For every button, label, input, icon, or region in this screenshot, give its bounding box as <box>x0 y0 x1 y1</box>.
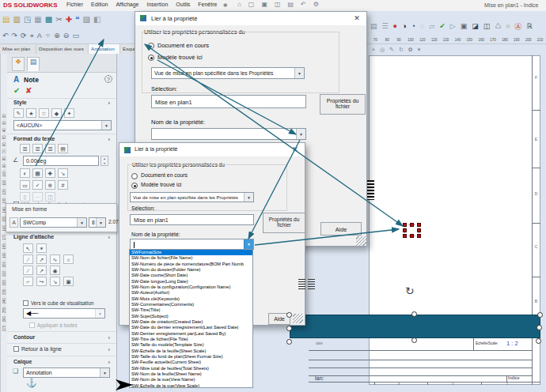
layer-section-label[interactable]: Calque <box>13 359 32 364</box>
open-document-icon[interactable]: ▣ <box>261 1 267 8</box>
check-sketch-icon[interactable]: ✔ <box>439 22 446 30</box>
contour-section-label[interactable]: Contour <box>13 334 35 340</box>
table-drag-grip[interactable] <box>308 279 315 289</box>
selection-handle[interactable] <box>536 338 541 344</box>
dialog-title-bar[interactable]: Lier à la propriété ✕ <box>135 12 366 25</box>
selection-input[interactable]: Mise en plan1 <box>130 214 254 225</box>
favorites-icon[interactable]: ✚ <box>66 15 72 24</box>
property-list-item[interactable]: SW-Sujet(Subject) <box>130 314 252 319</box>
pattern-icon[interactable]: ⁘ <box>45 32 51 40</box>
expand-chevron-icon[interactable]: ∨ <box>108 335 111 340</box>
leader-straight-icon[interactable]: ∕ <box>23 254 33 264</box>
dialog-title-bar[interactable]: Lier à la propriété ✕ <box>119 143 305 156</box>
resize-grip[interactable] <box>293 314 303 323</box>
help-button[interactable]: Aide <box>320 222 362 236</box>
collapse-chevron-icon[interactable]: ∧ <box>108 360 111 364</box>
justify-icon[interactable]: ▤ <box>58 144 68 153</box>
wrap-row[interactable]: Retour à la ligne <box>13 346 62 352</box>
redo-icon[interactable]: ↷ <box>12 32 18 40</box>
leader-left-icon[interactable]: ∕ <box>23 266 33 275</box>
rebuild-icon[interactable]: ⟳ <box>21 32 27 40</box>
zoom-area-icon[interactable]: ◎ <box>380 47 385 53</box>
view-box-icon[interactable]: ▭ <box>72 32 79 40</box>
selection-handle[interactable] <box>286 326 292 331</box>
view-source-select[interactable]: Vue de mise en plan spécifiée dans les P… <box>130 192 254 202</box>
frame-icon[interactable]: ▭ <box>20 180 30 190</box>
grid-icon[interactable]: ▨ <box>82 15 89 24</box>
menu-item[interactable]: Outils <box>176 2 190 7</box>
annotate-pen-icon[interactable]: ✎ <box>389 47 394 53</box>
chevron-down-icon[interactable]: ▼ <box>77 218 86 227</box>
resize-icon[interactable]: ↘ <box>58 168 68 178</box>
print-icon[interactable]: ▤ <box>288 1 294 8</box>
chevron-down-icon[interactable]: ▼ <box>294 68 304 78</box>
property-list-item[interactable]: SW-Echelle de la feuille(Sheet Scale) <box>130 349 252 354</box>
arrow-style-select[interactable]: ◀── ▼ <box>23 308 105 318</box>
selection-handle[interactable] <box>537 325 542 330</box>
text-format-section-label[interactable]: Format du texte <box>13 136 55 141</box>
leader-right-icon[interactable]: ↗ <box>36 266 47 275</box>
chevron-down-icon[interactable]: ▼ <box>100 368 109 377</box>
hatch-icon[interactable]: # <box>58 180 68 190</box>
property-list-item[interactable]: SW-Auteur(Author) <box>130 290 252 296</box>
list-icon[interactable]: ☰ <box>382 22 389 30</box>
radio-document-en-cours[interactable] <box>131 173 138 179</box>
leader-section-label[interactable]: Ligne d'attache <box>13 234 54 239</box>
selection-handle[interactable] <box>286 312 292 318</box>
command-tab[interactable]: Esquis <box>120 44 135 54</box>
command-tab[interactable]: Mise en plan <box>0 44 36 54</box>
table-icon[interactable]: ▦ <box>32 168 43 178</box>
property-name-select-open[interactable]: ▼ <box>130 239 254 250</box>
property-manager-tab-icon[interactable]: ▤ <box>27 57 40 71</box>
align-center-icon[interactable]: ☰ <box>32 144 43 153</box>
select-icon[interactable]: ⌖ <box>30 32 34 40</box>
table-drag-grip[interactable] <box>298 279 305 291</box>
selected-title-band[interactable] <box>290 315 540 338</box>
r-tool-icon[interactable]: ℝ <box>526 22 532 30</box>
command-tab[interactable]: Disposition des vues <box>36 44 89 54</box>
save-dark-icon[interactable]: ◪ <box>472 22 479 30</box>
style-add-icon[interactable]: ★ <box>26 108 36 118</box>
property-list-item[interactable]: SW-Titre(Title) <box>130 307 252 313</box>
font-size-select[interactable]: 8 ▼ <box>89 217 106 228</box>
checkbox-icon[interactable] <box>13 346 19 352</box>
chevron-down-icon[interactable]: ▼ <box>96 218 105 227</box>
comment-icon[interactable]: ❝ <box>75 15 79 24</box>
menu-item[interactable]: Edition <box>91 2 108 7</box>
hierarchy-icon[interactable]: ⌗ <box>506 22 510 31</box>
checkbox-icon[interactable] <box>23 300 28 306</box>
clipboard-icon[interactable]: ▣ <box>461 22 468 30</box>
options-gear-icon[interactable]: ⚙ <box>313 1 319 8</box>
selection-input[interactable]: Mise en plan1 <box>151 95 306 108</box>
selection-handle[interactable] <box>537 312 543 318</box>
property-list-item[interactable]: SW-Date courte(Short Date) <box>130 273 252 278</box>
chevron-down-icon[interactable]: ▼ <box>244 239 253 249</box>
plane-icon[interactable]: ▱ <box>429 22 434 30</box>
angle-input[interactable]: 0.00deg <box>23 156 99 166</box>
menu-item[interactable]: Fenêtre <box>198 2 217 7</box>
trim-icon[interactable]: ✂ <box>55 15 62 24</box>
property-list-item[interactable]: SW-Nom de la vue(View Name) <box>130 377 252 383</box>
new-file-icon[interactable]: ▤ <box>2 15 9 24</box>
rotate-view-icon[interactable]: ↻ <box>399 47 404 53</box>
property-list-item[interactable]: SW-Taille du modèle(Template Size) <box>130 342 252 348</box>
property-list-item[interactable]: SW-Nom de fichier(File Name) <box>130 255 252 261</box>
chevron-down-icon[interactable]: ▼ <box>296 129 305 139</box>
circle-icon[interactable]: ◌ <box>420 22 424 30</box>
sheet-icon[interactable]: ▤ <box>370 22 377 30</box>
expand-chevron-icon[interactable]: ∨ <box>108 347 111 352</box>
feature-tree-tab-icon[interactable]: ❖ <box>12 57 25 71</box>
viewcube-checkbox-row[interactable]: Vers le cube de visualisation <box>23 300 93 306</box>
menu-item[interactable]: Affichage <box>116 2 138 7</box>
style-select[interactable]: <AUCUN> ▼ <box>13 120 112 130</box>
chevron-down-icon[interactable]: ▼ <box>101 121 111 130</box>
leader-jog-icon[interactable]: ↪ <box>36 277 47 286</box>
file-properties-button[interactable]: Propriétés du fichier <box>320 94 366 115</box>
property-list-item[interactable]: SW-Date longue(Long Date) <box>130 279 252 285</box>
undo-icon[interactable]: ↶ <box>2 32 9 40</box>
property-list-item[interactable]: SW-Nom de la configuration(Configuration… <box>130 285 252 290</box>
leader-underline-icon[interactable]: ⌐ <box>23 277 33 286</box>
balls-dark-icon[interactable]: ◑ <box>402 22 406 30</box>
print-file-icon[interactable]: ▦ <box>34 15 41 24</box>
close-icon[interactable]: ✕ <box>351 14 363 22</box>
